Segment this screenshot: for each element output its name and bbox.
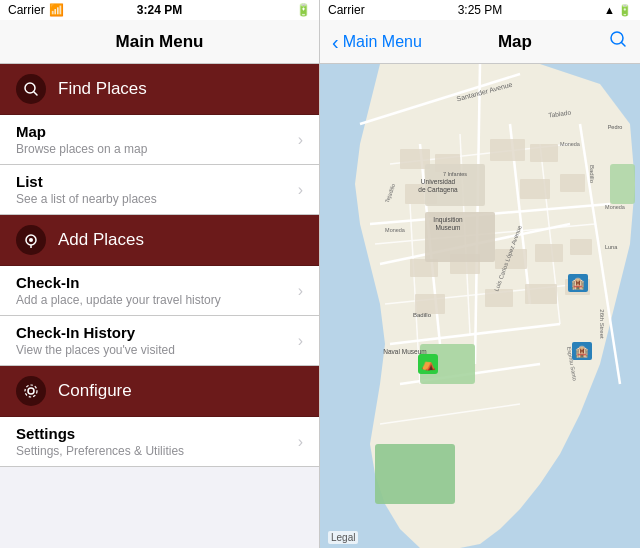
back-label: Main Menu — [343, 33, 422, 51]
wifi-icon: 📶 — [49, 3, 64, 17]
add-places-icon — [16, 225, 46, 255]
checkin-row-title: Check-In — [16, 274, 298, 291]
left-status-left: Carrier 📶 — [8, 3, 64, 17]
map-row-title: Map — [16, 123, 298, 140]
svg-rect-29 — [375, 444, 455, 504]
svg-point-3 — [29, 238, 33, 242]
map-search-button[interactable] — [608, 29, 628, 54]
right-status-time: 3:25 PM — [458, 3, 503, 17]
svg-text:26th Street: 26th Street — [599, 309, 605, 339]
checkin-history-row-subtitle: View the places you've visited — [16, 343, 298, 357]
svg-text:7 Infantes: 7 Infantes — [443, 171, 467, 177]
checkin-history-chevron-icon: › — [298, 332, 303, 350]
svg-rect-36 — [560, 174, 585, 192]
svg-rect-33 — [530, 144, 558, 162]
svg-rect-32 — [490, 139, 525, 161]
svg-rect-41 — [570, 239, 592, 255]
settings-row-subtitle: Settings, Preferences & Utilities — [16, 444, 298, 458]
find-places-label: Find Places — [58, 79, 147, 99]
list-row-text: List See a list of nearby places — [16, 173, 298, 206]
svg-text:Naval Museum: Naval Museum — [383, 348, 426, 355]
map-row-text: Map Browse places on a map — [16, 123, 298, 156]
settings-chevron-icon: › — [298, 433, 303, 451]
map-chevron-icon: › — [298, 131, 303, 149]
right-carrier: Carrier — [328, 3, 365, 17]
svg-text:🏨: 🏨 — [571, 276, 585, 290]
svg-rect-35 — [520, 179, 550, 199]
svg-point-5 — [28, 388, 34, 394]
svg-text:Moneda: Moneda — [560, 141, 581, 147]
checkin-history-row-title: Check-In History — [16, 324, 298, 341]
configure-label: Configure — [58, 381, 132, 401]
find-places-row[interactable]: Find Places — [0, 64, 319, 115]
checkin-row-subtitle: Add a place, update your travel history — [16, 293, 298, 307]
svg-rect-40 — [535, 244, 563, 262]
right-nav-title: Map — [498, 32, 532, 52]
back-button[interactable]: ‹ Main Menu — [332, 32, 422, 52]
list-row-subtitle: See a list of nearby places — [16, 192, 298, 206]
back-chevron-icon: ‹ — [332, 32, 339, 52]
battery-icon: 🔋 — [296, 3, 311, 17]
list-chevron-icon: › — [298, 181, 303, 199]
svg-line-8 — [621, 43, 625, 47]
right-status-icons: ▲ 🔋 — [604, 4, 632, 17]
left-status-time: 3:24 PM — [137, 3, 182, 17]
left-status-right: 🔋 — [296, 3, 311, 17]
add-places-row[interactable]: Add Places — [0, 215, 319, 266]
right-battery-icon: 🔋 — [618, 4, 632, 17]
svg-text:🏨: 🏨 — [575, 344, 589, 358]
checkin-chevron-icon: › — [298, 282, 303, 300]
svg-text:Universidad: Universidad — [421, 178, 456, 185]
svg-text:Pedro: Pedro — [608, 124, 623, 130]
svg-text:de Cartagena: de Cartagena — [418, 186, 458, 194]
list-nav-row[interactable]: List See a list of nearby places › — [0, 165, 319, 215]
svg-rect-44 — [525, 284, 557, 304]
list-row-title: List — [16, 173, 298, 190]
right-status-bar: Carrier 3:25 PM ▲ 🔋 — [320, 0, 640, 20]
svg-text:Luna: Luna — [605, 244, 618, 250]
settings-row-text: Settings Settings, Preferences & Utiliti… — [16, 425, 298, 458]
svg-text:Inquisition: Inquisition — [433, 216, 463, 224]
right-nav-bar: ‹ Main Menu Map — [320, 20, 640, 64]
checkin-nav-row[interactable]: Check-In Add a place, update your travel… — [0, 266, 319, 316]
settings-nav-row[interactable]: Settings Settings, Preferences & Utiliti… — [0, 417, 319, 467]
left-status-bar: Carrier 📶 3:24 PM 🔋 — [0, 0, 319, 20]
location-icon: ▲ — [604, 4, 615, 16]
menu-section: Find Places Map Browse places on a map ›… — [0, 64, 319, 548]
svg-text:Badillo: Badillo — [589, 165, 595, 184]
configure-row[interactable]: Configure — [0, 366, 319, 417]
svg-text:Badillo: Badillo — [413, 312, 432, 318]
left-nav-title: Main Menu — [116, 32, 204, 52]
left-panel: Carrier 📶 3:24 PM 🔋 Main Menu Find Place… — [0, 0, 320, 548]
svg-text:Museum: Museum — [436, 224, 461, 231]
left-nav-bar: Main Menu — [0, 20, 319, 64]
svg-text:Moneda: Moneda — [605, 204, 626, 210]
settings-row-title: Settings — [16, 425, 298, 442]
svg-rect-28 — [610, 164, 635, 204]
map-row-subtitle: Browse places on a map — [16, 142, 298, 156]
carrier-text: Carrier — [8, 3, 45, 17]
configure-icon — [16, 376, 46, 406]
map-nav-row[interactable]: Map Browse places on a map › — [0, 115, 319, 165]
checkin-history-nav-row[interactable]: Check-In History View the places you've … — [0, 316, 319, 366]
svg-rect-42 — [415, 294, 445, 314]
svg-text:Moneda: Moneda — [385, 227, 406, 233]
checkin-row-text: Check-In Add a place, update your travel… — [16, 274, 298, 307]
svg-line-1 — [34, 92, 37, 95]
svg-point-6 — [25, 385, 37, 397]
map-legal-text: Legal — [328, 531, 358, 544]
find-places-icon — [16, 74, 46, 104]
add-places-label: Add Places — [58, 230, 144, 250]
map-view[interactable]: Santander Avenue Badillo Tablado Tejadil… — [320, 64, 640, 548]
svg-text:⛺: ⛺ — [421, 356, 436, 371]
checkin-history-row-text: Check-In History View the places you've … — [16, 324, 298, 357]
right-panel: Carrier 3:25 PM ▲ 🔋 ‹ Main Menu Map — [320, 0, 640, 548]
